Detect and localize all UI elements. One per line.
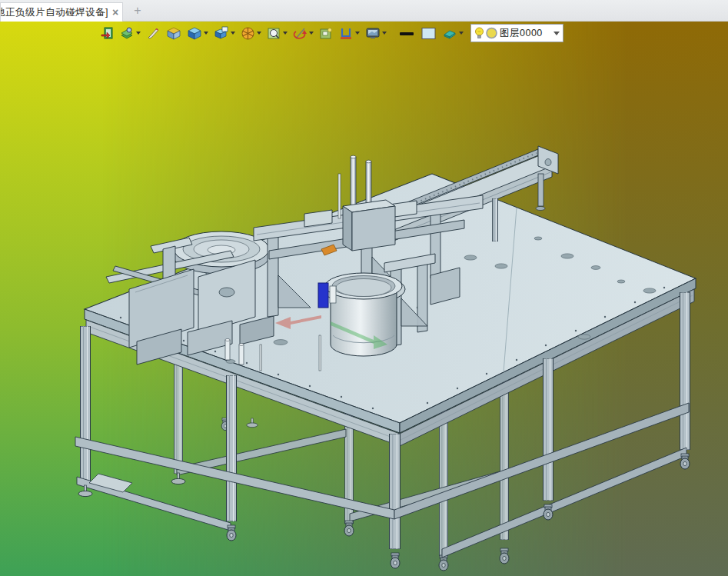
new-tab-button[interactable]: +	[129, 3, 146, 18]
appearance-wheel-icon[interactable]	[239, 25, 263, 42]
line-width-icon[interactable]	[397, 25, 417, 42]
tab-bar: 池正负级片自动碰焊设备] × +	[0, 0, 728, 22]
eraser-icon[interactable]	[440, 25, 465, 42]
rotate-view-icon[interactable]	[291, 25, 315, 42]
exit-icon[interactable]	[98, 25, 116, 42]
cad-window: 池正负级片自动碰焊设备] × +	[0, 0, 728, 576]
layer-visibility-bulb-icon	[474, 25, 485, 41]
isometric-box-icon[interactable]	[165, 25, 183, 42]
3d-viewport[interactable]: 图层0000	[0, 22, 728, 576]
named-view-icon[interactable]	[212, 25, 237, 42]
chevron-down-icon	[553, 32, 560, 35]
screen-display-icon[interactable]	[364, 25, 388, 42]
bowl-feeder	[322, 273, 405, 356]
layer-selector[interactable]: 图层0000	[470, 24, 563, 42]
layer-color-icon	[485, 26, 498, 40]
render-mode-icon[interactable]	[118, 25, 142, 42]
layer-name: 图层0000	[500, 27, 543, 40]
display-settings-icon[interactable]	[317, 25, 335, 42]
zoom-icon[interactable]	[265, 25, 289, 42]
model-scene	[0, 22, 728, 576]
view-toolbar: 图层0000	[98, 24, 563, 42]
constraint-icon[interactable]	[337, 25, 361, 42]
color-swatch-icon[interactable]	[419, 25, 438, 42]
brush-icon[interactable]	[145, 25, 162, 42]
active-document-tab[interactable]: 池正负级片自动碰焊设备] ×	[0, 2, 123, 22]
cube-view-icon[interactable]	[185, 25, 210, 42]
close-tab-icon[interactable]: ×	[112, 7, 118, 18]
document-title: 池正负级片自动碰焊设备]	[0, 6, 108, 19]
